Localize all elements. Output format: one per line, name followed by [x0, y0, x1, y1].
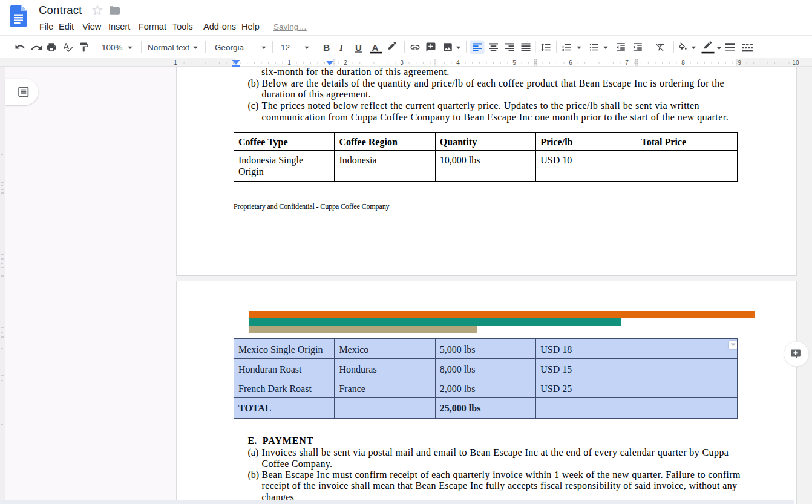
svg-text:5: 5 — [512, 59, 516, 66]
svg-text:7: 7 — [625, 59, 629, 66]
svg-text:A: A — [372, 42, 379, 53]
svg-text:8: 8 — [681, 59, 685, 66]
svg-text:6: 6 — [569, 59, 572, 66]
svg-text:Georgia: Georgia — [215, 43, 244, 52]
svg-text:Normal text: Normal text — [148, 43, 189, 52]
svg-text:U: U — [355, 42, 362, 53]
svg-text:1: 1 — [287, 59, 291, 66]
svg-text:B: B — [323, 42, 330, 53]
svg-text:9: 9 — [738, 59, 741, 66]
svg-text:100%: 100% — [102, 43, 123, 52]
svg-text:12: 12 — [281, 43, 290, 52]
svg-text:10: 10 — [792, 59, 799, 66]
svg-text:3: 3 — [400, 59, 404, 66]
svg-text:2: 2 — [344, 59, 347, 66]
svg-text:1: 1 — [174, 59, 177, 66]
svg-text:I: I — [339, 42, 344, 53]
svg-text:4: 4 — [456, 59, 460, 66]
